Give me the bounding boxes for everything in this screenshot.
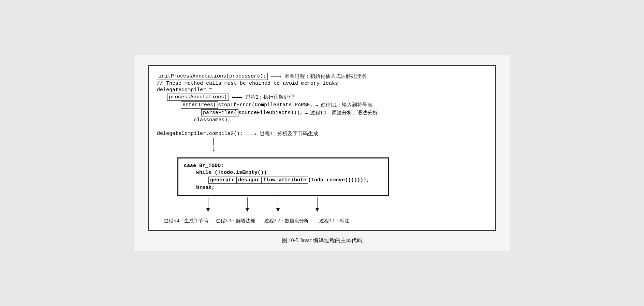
classnames-text: classnames); xyxy=(157,117,231,123)
desugar-box: desugar xyxy=(236,177,261,184)
bottom-section: 过程3.4：生成字节码 过程3.3：解语法糖 过程3.2：数据流分析 过程3.1… xyxy=(157,197,487,224)
bottom-arrows-svg xyxy=(177,197,416,218)
down-arrow-head: ↓ xyxy=(211,146,216,153)
generate-box: generate xyxy=(208,177,236,184)
arrow-compile2: ——→ xyxy=(246,130,256,137)
arrow-2: ——→ xyxy=(232,94,242,100)
compile2-code: delegateCompiler.compile2(); xyxy=(157,131,243,137)
process-labels-row: 过程3.4：生成字节码 过程3.3：解语法糖 过程3.2：数据流分析 过程3.1… xyxy=(160,218,487,224)
svg-marker-7 xyxy=(316,208,319,212)
label-3-4: 过程3.4：生成字节码 xyxy=(160,218,211,224)
inner-line-generate: generate desugar flow attribute (todo.re… xyxy=(184,177,382,184)
line-classnames: classnames); xyxy=(157,117,487,123)
delegate-text: delegateCompiler = xyxy=(157,87,212,93)
suffix-text: (todo.remove()))))}; xyxy=(308,177,369,183)
enter-trees-box: enterTrees( xyxy=(181,101,218,109)
inner-line-break: break; xyxy=(184,185,382,191)
line-init-process: initProcessAnnotations(processors); ——→ … xyxy=(157,73,487,80)
line-parse-files: parseFiles( sourceFileObjects))), → 过程1.… xyxy=(201,109,487,116)
label-3-3: 过程3.3：解语法糖 xyxy=(211,218,259,224)
arrow-3: → xyxy=(315,102,318,108)
svg-marker-1 xyxy=(206,208,210,212)
stop-if-error-text: stopIfError(CompileState.PARSE, xyxy=(218,102,313,108)
parse-files-box: parseFiles( xyxy=(201,109,238,116)
svg-marker-5 xyxy=(276,208,280,212)
label-3-1: 过程3.1：标注 xyxy=(314,218,355,224)
line-enter-trees: enterTrees( stopIfError(CompileState.PAR… xyxy=(181,101,487,109)
label-3-2: 过程3.2：数据流分析 xyxy=(259,218,314,224)
comment-text: // These method calls must be chained to… xyxy=(157,81,338,86)
line-comment: // These method calls must be chained to… xyxy=(157,81,487,86)
inner-code-box: case BY_TODO: while (!todo.isEmpty()) ge… xyxy=(177,157,389,196)
source-file-text: sourceFileObjects))), xyxy=(238,110,303,116)
annotation-2: 过程2：执行注解处理 xyxy=(246,94,294,100)
annotation-1: 准备过程：初始化插入式注解处理器 xyxy=(284,73,366,80)
caption-text: 图 10-5 Javac 编译过程的主体代码 xyxy=(282,237,363,243)
svg-marker-3 xyxy=(246,208,249,212)
generate-prefix xyxy=(184,177,208,183)
line-delegate: delegateCompiler = xyxy=(157,87,487,93)
arrow-1: ——→ xyxy=(271,73,281,80)
down-arrow: | ↓ xyxy=(211,138,216,153)
inner-line-1: case BY_TODO: xyxy=(184,163,382,169)
down-arrow-container: | ↓ xyxy=(211,138,487,153)
flow-box: flow xyxy=(261,177,277,184)
inner-line-2: while (!todo.isEmpty()) xyxy=(184,170,382,176)
attribute-box: attribute xyxy=(277,177,308,184)
down-arrow-shaft: | xyxy=(211,138,216,146)
process-annotations-box: processAnnotations( xyxy=(167,94,229,101)
page-container: initProcessAnnotations(processors); ——→ … xyxy=(134,55,510,251)
compile2-row: delegateCompiler.compile2(); ——→ 过程3：分析及… xyxy=(157,130,487,137)
arrow-4: → xyxy=(305,110,308,116)
annotation-3: 过程1.2：输入到符号表 xyxy=(320,102,373,108)
diagram-box: initProcessAnnotations(processors); ——→ … xyxy=(148,65,496,231)
annotation-4: 过程1.1：词法分析、语法分析 xyxy=(310,110,378,116)
figure-caption: 图 10-5 Javac 编译过程的主体代码 xyxy=(148,237,496,244)
init-process-box: initProcessAnnotations(processors); xyxy=(157,73,268,80)
line-process-annotations: processAnnotations( ——→ 过程2：执行注解处理 xyxy=(167,94,487,101)
annotation-compile2: 过程3：分析及字节码生成 xyxy=(260,130,319,137)
